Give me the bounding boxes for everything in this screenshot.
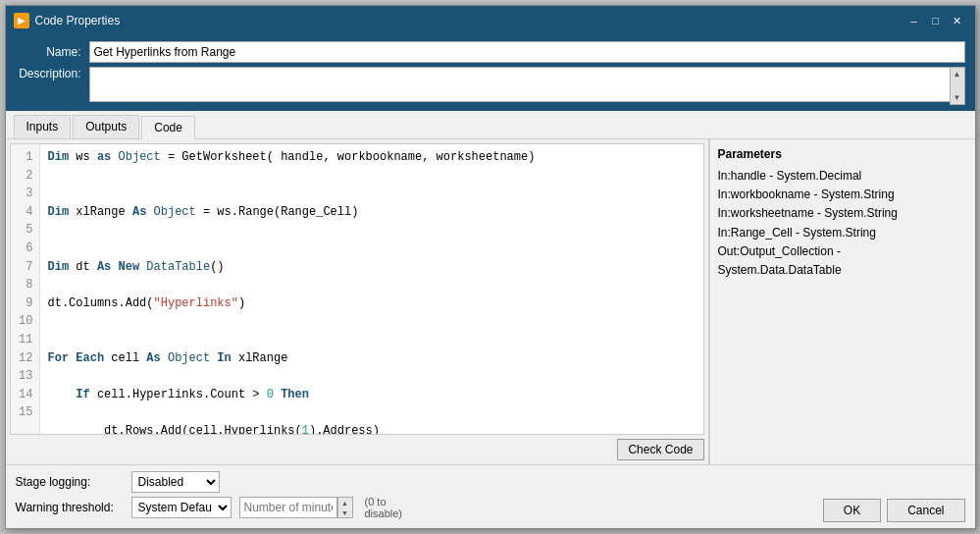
param-3: In:worksheetname - System.String: [718, 204, 967, 223]
description-input[interactable]: [89, 67, 965, 102]
name-label: Name:: [16, 45, 89, 59]
footer-bottom: Stage logging: Disabled Warning threshol…: [16, 471, 965, 522]
footer-left: Stage logging: Disabled Warning threshol…: [16, 471, 403, 522]
code-content[interactable]: Dim ws as Object = GetWorksheet( handle,…: [40, 144, 703, 434]
stage-logging-select[interactable]: Disabled: [131, 471, 220, 493]
check-code-area: Check Code: [10, 439, 704, 460]
minutes-hint: (0 todisable): [365, 496, 403, 519]
footer-buttons: OK Cancel: [823, 499, 965, 522]
warning-threshold-select[interactable]: System Defau: [131, 497, 232, 518]
app-icon: ▶: [14, 13, 29, 28]
footer-section: Stage logging: Disabled Warning threshol…: [6, 464, 975, 528]
warning-threshold-row: Warning threshold: System Defau ▲ ▼ (0 t…: [16, 496, 403, 519]
param-5: Out:Output_Collection - System.Data.Data…: [718, 242, 967, 280]
titlebar: ▶ Code Properties – □ ✕: [6, 6, 975, 35]
warning-threshold-label: Warning threshold:: [16, 501, 124, 514]
tabs-bar: Inputs Outputs Code: [6, 111, 975, 139]
parameters-section: Parameters In:handle - System.Decimal In…: [710, 139, 975, 464]
minimize-button[interactable]: –: [904, 11, 924, 30]
scroll-down-arrow[interactable]: ▼: [952, 91, 963, 104]
maximize-button[interactable]: □: [926, 11, 946, 30]
tab-inputs[interactable]: Inputs: [14, 115, 72, 138]
dialog-title: Code Properties: [35, 14, 904, 27]
scroll-up-arrow[interactable]: ▲: [952, 68, 963, 80]
name-input[interactable]: [89, 41, 965, 63]
minutes-input[interactable]: [239, 497, 337, 518]
description-wrapper: ▲ ▼: [89, 67, 965, 105]
spinner-controls[interactable]: ▲ ▼: [337, 497, 353, 518]
check-code-button[interactable]: Check Code: [617, 439, 703, 460]
cancel-button[interactable]: Cancel: [887, 499, 964, 522]
code-editor[interactable]: 12345 678910 1112131415 Dim ws as Object…: [10, 143, 704, 435]
close-button[interactable]: ✕: [948, 11, 967, 30]
param-2: In:workbookname - System.String: [718, 186, 967, 204]
header-section: Name: Description: ▲ ▼: [6, 35, 975, 111]
window-controls: – □ ✕: [904, 11, 967, 30]
tab-outputs[interactable]: Outputs: [73, 115, 139, 138]
minutes-spinner: ▲ ▼: [239, 497, 353, 518]
dialog: ▶ Code Properties – □ ✕ Name: Descriptio…: [5, 5, 976, 529]
content-area: 12345 678910 1112131415 Dim ws as Object…: [6, 139, 975, 464]
description-scrollbar[interactable]: ▲ ▼: [950, 67, 965, 105]
stage-logging-row: Stage logging: Disabled: [16, 471, 403, 493]
stage-logging-label: Stage logging:: [16, 475, 124, 489]
name-row: Name:: [16, 41, 965, 63]
tab-code[interactable]: Code: [141, 116, 195, 139]
spin-down-arrow[interactable]: ▼: [338, 507, 352, 517]
spin-up-arrow[interactable]: ▲: [338, 498, 352, 507]
description-row: Description: ▲ ▼: [16, 67, 965, 105]
code-section: 12345 678910 1112131415 Dim ws as Object…: [6, 139, 709, 464]
param-4: In:Range_Cell - System.String: [718, 224, 967, 242]
description-label: Description:: [16, 67, 89, 80]
line-numbers: 12345 678910 1112131415: [11, 144, 40, 434]
parameters-title: Parameters: [718, 147, 967, 161]
ok-button[interactable]: OK: [823, 499, 881, 522]
param-1: In:handle - System.Decimal: [718, 167, 967, 186]
